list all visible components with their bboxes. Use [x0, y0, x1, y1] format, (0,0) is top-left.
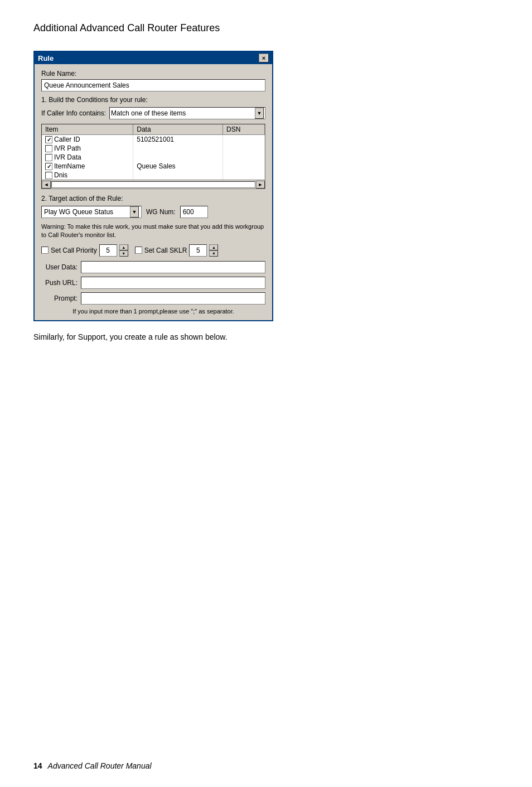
section2-label: 2. Target action of the Rule: — [41, 195, 265, 202]
section1-label: 1. Build the Conditions for your rule: — [41, 96, 265, 104]
table-cell-item: Caller ID — [42, 135, 133, 144]
page-heading: Additional Advanced Call Router Features — [33, 22, 499, 34]
prompt-label: Prompt: — [41, 294, 78, 302]
row-item-label-3: ItemName — [54, 162, 85, 170]
set-call-sklr-checkbox[interactable] — [135, 247, 142, 254]
target-section: 2. Target action of the Rule: Play WG Qu… — [41, 195, 265, 315]
set-call-sklr-item: Set Call SKLR ▲ ▼ — [135, 244, 219, 257]
table-cell-data — [133, 171, 223, 180]
row-checkbox-0[interactable] — [45, 136, 52, 143]
table-row: IVR Data — [42, 153, 265, 162]
match-dropdown-arrow[interactable]: ▼ — [255, 108, 264, 119]
table-cell-dsn — [223, 171, 265, 180]
scroll-left-arrow[interactable]: ◄ — [42, 181, 51, 189]
user-data-row: User Data: — [41, 261, 265, 273]
scroll-track — [51, 181, 255, 188]
dialog-body: Rule Name: 1. Build the Conditions for y… — [35, 64, 272, 320]
push-url-label: Push URL: — [41, 279, 78, 287]
sklr-down-btn[interactable]: ▼ — [209, 250, 218, 257]
row-checkbox-2[interactable] — [45, 154, 52, 161]
table-cell-item: IVR Data — [42, 153, 133, 162]
if-caller-label: If Caller Info contains: — [41, 109, 106, 117]
footer-doc-title: Advanced Call Router Manual — [48, 761, 152, 770]
table-row: IVR Path — [42, 144, 265, 153]
table-cell-data — [133, 153, 223, 162]
set-call-priority-input[interactable] — [99, 244, 117, 257]
priority-down-btn[interactable]: ▼ — [119, 250, 128, 257]
table-cell-data: Queue Sales — [133, 162, 223, 171]
push-url-row: Push URL: — [41, 277, 265, 289]
push-url-input[interactable] — [81, 277, 265, 289]
set-call-sklr-input[interactable] — [189, 244, 207, 257]
prompt-row: Prompt: — [41, 292, 265, 305]
table-cell-dsn — [223, 144, 265, 153]
rule-name-input[interactable] — [41, 79, 265, 91]
table-row: Caller ID5102521001 — [42, 135, 265, 144]
sklr-up-btn[interactable]: ▲ — [209, 244, 218, 250]
wg-num-input[interactable] — [180, 206, 208, 218]
row-item-label-1: IVR Path — [54, 144, 81, 152]
table-row: ItemNameQueue Sales — [42, 162, 265, 171]
row-checkbox-3[interactable] — [45, 163, 52, 170]
footer-page-number: 14 — [33, 761, 42, 770]
user-data-input[interactable] — [81, 261, 265, 273]
set-call-priority-item: Set Call Priority ▲ ▼ — [41, 244, 128, 257]
priority-spinner-btns: ▲ ▼ — [119, 244, 128, 257]
col-header-dsn: DSN — [223, 124, 265, 135]
row-checkbox-1[interactable] — [45, 145, 52, 152]
table-scrollbar: ◄ ► — [42, 180, 265, 189]
table-cell-item: IVR Path — [42, 144, 133, 153]
target-dropdown-value: Play WG Queue Status — [44, 208, 113, 216]
row-item-label-0: Caller ID — [54, 136, 80, 143]
user-data-label: User Data: — [41, 263, 78, 271]
dialog-title: Rule — [38, 54, 54, 62]
rule-name-group: Rule Name: — [41, 70, 265, 91]
dialog-titlebar: Rule × — [35, 52, 272, 64]
condition-row: If Caller Info contains: Match one of th… — [41, 107, 265, 119]
footer-note: If you input more than 1 prompt,please u… — [41, 308, 265, 315]
table-cell-dsn — [223, 135, 265, 144]
target-row: Play WG Queue Status ▼ WG Num: — [41, 206, 265, 218]
row-item-label-4: Dnis — [54, 171, 67, 179]
match-dropdown[interactable]: Match one of these items ▼ — [109, 107, 265, 119]
prompt-input[interactable] — [81, 292, 265, 305]
table-cell-item: Dnis — [42, 171, 133, 180]
set-call-priority-label: Set Call Priority — [51, 247, 97, 254]
col-header-item: Item — [42, 124, 133, 135]
priority-up-btn[interactable]: ▲ — [119, 244, 128, 250]
target-dropdown[interactable]: Play WG Queue Status ▼ — [41, 206, 142, 218]
table-cell-dsn — [223, 153, 265, 162]
target-dropdown-arrow[interactable]: ▼ — [130, 206, 139, 218]
rule-name-label: Rule Name: — [41, 70, 265, 78]
set-call-priority-checkbox[interactable] — [41, 247, 49, 254]
table-cell-data: 5102521001 — [133, 135, 223, 144]
items-table: Item Data DSN Caller ID5102521001IVR Pat… — [42, 124, 265, 180]
col-header-data: Data — [133, 124, 223, 135]
close-button[interactable]: × — [259, 54, 269, 62]
match-dropdown-value: Match one of these items — [111, 109, 186, 117]
items-table-wrapper: Item Data DSN Caller ID5102521001IVR Pat… — [41, 124, 265, 189]
page-footer: 14 Advanced Call Router Manual — [33, 761, 152, 770]
set-call-sklr-label: Set Call SKLR — [144, 247, 187, 254]
rule-dialog: Rule × Rule Name: 1. Build the Condition… — [33, 51, 273, 321]
table-cell-data — [133, 144, 223, 153]
table-cell-dsn — [223, 162, 265, 171]
sklr-spinner-btns: ▲ ▼ — [209, 244, 218, 257]
table-row: Dnis — [42, 171, 265, 180]
warning-text: Warning: To make this rule work, you mus… — [41, 223, 265, 240]
row-checkbox-4[interactable] — [45, 172, 52, 179]
priority-row: Set Call Priority ▲ ▼ Set Call SKLR ▲ — [41, 244, 265, 257]
body-text: Similarly, for Support, you create a rul… — [33, 332, 499, 341]
scroll-right-arrow[interactable]: ► — [256, 181, 265, 189]
row-item-label-2: IVR Data — [54, 153, 81, 161]
wg-num-label: WG Num: — [146, 208, 176, 216]
table-cell-item: ItemName — [42, 162, 133, 171]
